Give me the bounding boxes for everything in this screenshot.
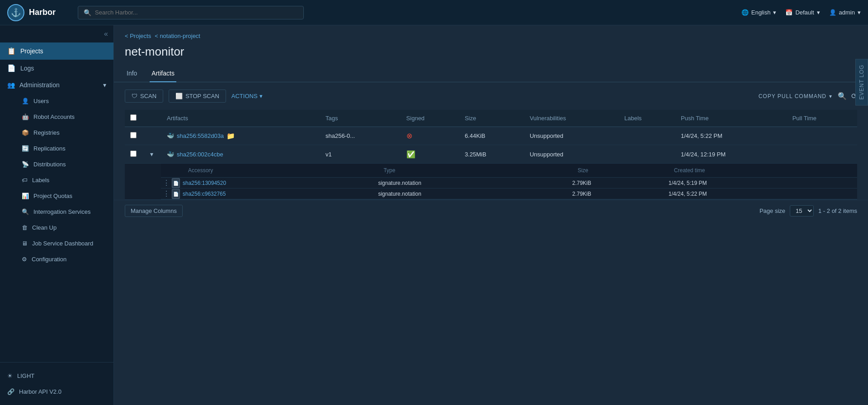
row1-push-time: 1/4/24, 5:22 PM xyxy=(675,127,787,145)
breadcrumb-project-name[interactable]: < notation-project xyxy=(155,33,200,39)
accessory-table: Accessory Type Size Created time xyxy=(161,164,857,199)
chevron-down-icon2: ▾ xyxy=(817,9,820,16)
top-nav-right: 🌐 English ▾ 📅 Default ▾ 👤 admin ▾ xyxy=(741,9,861,16)
acc-col-icon xyxy=(172,164,183,178)
interrogation-icon: 🔍 xyxy=(22,208,29,215)
calendar-icon: 📅 xyxy=(785,9,793,16)
folder-icon-row1[interactable]: 📁 xyxy=(226,132,235,140)
acc-dots-button-1[interactable]: ⋮ xyxy=(161,178,172,188)
page-size-select[interactable]: 15 25 50 xyxy=(790,205,814,217)
breadcrumb-projects[interactable]: < Projects xyxy=(125,33,151,39)
shield-icon: 🛡 xyxy=(132,93,137,99)
acc-col-accessory: Accessory xyxy=(183,164,378,178)
sidebar-item-light-mode[interactable]: ☀ LIGHT xyxy=(0,368,113,384)
api-icon: 🔗 xyxy=(7,388,14,395)
artifact-link-row1[interactable]: 🐳 sha256:5582d03a 📁 xyxy=(167,132,315,140)
select-all-checkbox[interactable] xyxy=(130,114,137,121)
page-size-label: Page size xyxy=(760,207,785,214)
col-push-time: Push Time xyxy=(675,110,787,127)
table-row: ▾ 🐳 sha256:002c4cbe v1 ✅ 3.25MiB xyxy=(125,145,857,164)
projects-icon: 📋 xyxy=(7,47,16,55)
accessory-header-row: Accessory Type Size Created time xyxy=(161,164,857,178)
search-input[interactable] xyxy=(95,9,298,16)
cleanup-icon: 🗑 xyxy=(22,224,28,231)
acc-row2-dots[interactable]: ⋮ xyxy=(161,188,172,199)
acc-row1-dots[interactable]: ⋮ xyxy=(161,178,172,188)
sidebar-item-projects[interactable]: 📋 Projects xyxy=(0,42,113,60)
sidebar-item-configuration[interactable]: ⚙ Configuration xyxy=(7,251,113,267)
scan-button[interactable]: 🛡 SCAN xyxy=(125,89,163,103)
artifacts-table: Artifacts Tags Signed Size Vulnerabiliti… xyxy=(125,110,857,200)
sidebar-item-labels[interactable]: 🏷 Labels xyxy=(7,172,113,188)
tab-info[interactable]: Info xyxy=(125,66,139,82)
admin-icon: 👥 xyxy=(7,81,15,89)
row2-size: 3.25MiB xyxy=(459,145,524,164)
search-icon-toolbar[interactable]: 🔍 xyxy=(838,92,847,100)
labels-icon: 🏷 xyxy=(22,177,28,184)
robot-icon: 🤖 xyxy=(22,113,29,120)
tab-artifacts[interactable]: Artifacts xyxy=(150,66,176,82)
sidebar-label-harbor-api: Harbor API V2.0 xyxy=(19,388,61,395)
expand-row2-button[interactable]: ▾ xyxy=(147,150,156,159)
sidebar-item-interrogation-services[interactable]: 🔍 Interrogation Services xyxy=(7,204,113,220)
acc-dots-button-2[interactable]: ⋮ xyxy=(161,188,172,199)
row2-expand[interactable]: ▾ xyxy=(142,145,161,164)
search-bar[interactable]: 🔍 xyxy=(78,6,304,19)
acc-row2-artifact: sha256:c9632765 xyxy=(183,188,378,199)
user-icon: 👤 xyxy=(829,9,836,16)
row2-artifact: 🐳 sha256:002c4cbe xyxy=(161,145,320,164)
stop-scan-label: STOP SCAN xyxy=(185,93,219,99)
sidebar-item-job-service[interactable]: 🖥 Job Service Dashboard xyxy=(7,235,113,251)
toolbar-icons: 🔍 ⟳ xyxy=(838,92,857,100)
acc-row2-icon: 📄 xyxy=(172,188,183,199)
sidebar-label-distributions: Distributions xyxy=(33,161,66,168)
sidebar-item-users[interactable]: 👤 Users xyxy=(7,93,113,109)
language-selector[interactable]: 🌐 English ▾ xyxy=(741,9,777,16)
sidebar-label-light: LIGHT xyxy=(17,372,34,379)
manage-columns-button[interactable]: Manage Columns xyxy=(125,205,183,217)
sidebar-footer: ☀ LIGHT 🔗 Harbor API V2.0 xyxy=(0,362,113,405)
sidebar-item-clean-up[interactable]: 🗑 Clean Up xyxy=(7,220,113,235)
sidebar-sub-admin: 👤 Users 🤖 Robot Accounts 📦 Registries 🔄 … xyxy=(0,93,113,267)
calendar-selector[interactable]: 📅 Default ▾ xyxy=(785,9,820,16)
bottom-bar: Manage Columns Page size 15 25 50 1 - 2 … xyxy=(114,200,868,221)
row1-expand xyxy=(142,127,161,145)
job-service-icon: 🖥 xyxy=(22,240,28,247)
light-icon: ☀ xyxy=(7,372,13,379)
sidebar-label-logs: Logs xyxy=(20,65,34,72)
sidebar-item-registries[interactable]: 📦 Registries xyxy=(7,125,113,141)
acc-artifact-link-1[interactable]: sha256:13094520 xyxy=(183,180,378,186)
sidebar-collapse-button[interactable]: « xyxy=(104,30,108,38)
acc-artifact-link-2[interactable]: sha256:c9632765 xyxy=(183,191,378,197)
sidebar-item-logs[interactable]: 📄 Logs xyxy=(0,60,113,77)
stop-scan-button[interactable]: ⬜ STOP SCAN xyxy=(169,89,226,103)
sidebar-item-robot-accounts[interactable]: 🤖 Robot Accounts xyxy=(7,109,113,125)
col-pull-time: Pull Time xyxy=(787,110,857,127)
copy-pull-command[interactable]: COPY PULL COMMAND ▾ xyxy=(759,93,832,99)
signed-no-icon-row1: ⊗ xyxy=(406,132,412,140)
copy-pull-chevron-icon: ▾ xyxy=(829,93,832,99)
registries-icon: 📦 xyxy=(22,129,29,136)
users-icon: 👤 xyxy=(22,98,29,104)
sidebar-item-replications[interactable]: 🔄 Replications xyxy=(7,141,113,156)
user-menu[interactable]: 👤 admin ▾ xyxy=(829,9,861,16)
toolbar: 🛡 SCAN ⬜ STOP SCAN ACTIONS ▾ COPY PULL C… xyxy=(114,82,868,110)
event-log-tab[interactable]: EVENT LOG xyxy=(855,59,868,105)
row2-checkbox[interactable] xyxy=(125,145,142,164)
sidebar-item-distributions[interactable]: 📡 Distributions xyxy=(7,156,113,172)
sidebar-item-project-quotas[interactable]: 📊 Project Quotas xyxy=(7,188,113,204)
row2-push-time: 1/4/24, 12:19 PM xyxy=(675,145,787,164)
admin-section-left: 👥 Administration xyxy=(7,81,60,89)
actions-label: ACTIONS xyxy=(231,93,258,99)
artifact-link-row2[interactable]: 🐳 sha256:002c4cbe xyxy=(167,151,315,158)
row1-checkbox[interactable] xyxy=(125,127,142,145)
chevron-down-icon: ▾ xyxy=(773,9,776,16)
actions-button[interactable]: ACTIONS ▾ xyxy=(231,93,263,99)
sidebar-label-projects: Projects xyxy=(20,47,43,55)
sidebar-item-harbor-api[interactable]: 🔗 Harbor API V2.0 xyxy=(0,384,113,400)
sidebar-section-administration[interactable]: 👥 Administration ▾ xyxy=(0,77,113,93)
calendar-label: Default xyxy=(795,9,814,16)
col-expand xyxy=(142,110,161,127)
actions-chevron-icon: ▾ xyxy=(259,93,263,99)
accessory-table-row: ⋮ 📄 sha256:13094520 xyxy=(161,178,857,188)
